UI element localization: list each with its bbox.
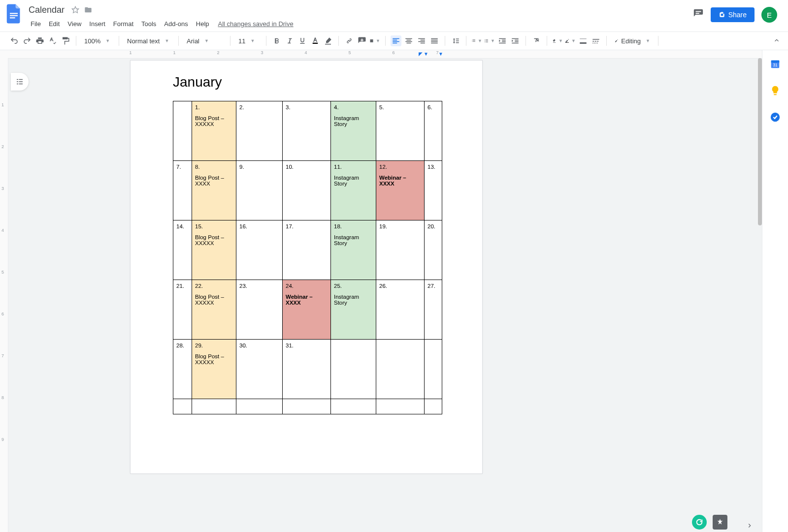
menu-edit[interactable]: Edit	[45, 19, 64, 29]
table-cell[interactable]: 10.	[283, 161, 331, 220]
redo-button[interactable]	[22, 35, 33, 46]
docs-logo[interactable]	[5, 5, 23, 23]
italic-button[interactable]	[284, 35, 295, 46]
table-cell[interactable]: 26.	[376, 280, 425, 340]
tasks-addon-icon[interactable]	[769, 111, 781, 123]
align-right-button[interactable]	[416, 35, 427, 46]
table-cell[interactable]: 23.	[236, 280, 283, 340]
table-cell[interactable]: 2.	[236, 101, 283, 161]
menu-help[interactable]: Help	[192, 19, 213, 29]
vertical-ruler[interactable]: 1 2 3 4 5 6 7 8 9	[0, 58, 8, 532]
border-dash-button[interactable]	[591, 35, 601, 46]
horizontal-ruler[interactable]: 1 1 2 3 4 5 6 7 ◤▼▼	[0, 50, 762, 59]
menu-tools[interactable]: Tools	[137, 19, 160, 29]
print-button[interactable]	[34, 35, 45, 46]
bulleted-list-button[interactable]: ▼	[484, 35, 495, 46]
indent-markers[interactable]: ◤▼▼	[419, 51, 443, 57]
document-title[interactable]: Calendar	[27, 5, 66, 15]
table-row[interactable]	[173, 399, 442, 414]
menu-format[interactable]: Format	[109, 19, 137, 29]
insert-comment-button[interactable]	[357, 35, 367, 46]
font-family-selector[interactable]: Arial▼	[184, 37, 225, 45]
account-avatar[interactable]: E	[761, 7, 777, 23]
table-cell[interactable]: 5.	[376, 101, 425, 161]
table-cell[interactable]: 4.Instagram Story	[331, 101, 376, 161]
table-cell[interactable]: 13.	[425, 161, 442, 220]
calendar-table[interactable]: 1.Blog Post – XXXXX2.3.4.Instagram Story…	[173, 101, 442, 414]
table-cell[interactable]: 12.Webinar – XXXX	[376, 161, 425, 220]
line-spacing-button[interactable]	[450, 35, 461, 46]
table-row[interactable]: 14.15.Blog Post – XXXXX16.17.18.Instagra…	[173, 220, 442, 280]
table-cell[interactable]	[376, 340, 425, 399]
table-cell[interactable]: 1.Blog Post – XXXXX	[192, 101, 236, 161]
table-cell[interactable]: 19.	[376, 220, 425, 280]
bold-button[interactable]	[271, 35, 282, 46]
table-cell[interactable]: 11.Instagram Story	[331, 161, 376, 220]
table-cell[interactable]	[425, 340, 442, 399]
insert-link-button[interactable]	[344, 35, 355, 46]
table-cell[interactable]: 17.	[283, 220, 331, 280]
underline-button[interactable]	[297, 35, 308, 46]
table-cell[interactable]: 25.Instagram Story	[331, 280, 376, 340]
table-cell[interactable]: 18.Instagram Story	[331, 220, 376, 280]
table-row[interactable]: 28.29.Blog Post – XXXXX30.31.	[173, 340, 442, 399]
star-icon[interactable]	[71, 6, 79, 14]
table-cell[interactable]: 9.	[236, 161, 283, 220]
menu-view[interactable]: View	[64, 19, 85, 29]
table-row[interactable]: 21.22.Blog Post – XXXXX23.24.Webinar – X…	[173, 280, 442, 340]
undo-button[interactable]	[9, 35, 20, 46]
scrollbar-thumb[interactable]	[758, 58, 762, 225]
table-row[interactable]: 7.8.Blog Post – XXXX9.10.11.Instagram St…	[173, 161, 442, 220]
insert-image-button[interactable]: ▼	[369, 35, 380, 46]
collapse-toolbar-button[interactable]	[773, 37, 780, 45]
keep-addon-icon[interactable]	[769, 85, 781, 96]
document-page[interactable]: January 1.Blog Post – XXXXX2.3.4.Instagr…	[130, 60, 483, 474]
vertical-scrollbar[interactable]	[757, 58, 762, 532]
fill-color-button[interactable]: ▼	[552, 35, 563, 46]
spellcheck-button[interactable]	[47, 35, 58, 46]
table-cell[interactable]	[376, 399, 425, 414]
paint-format-button[interactable]	[60, 35, 71, 46]
table-cell[interactable]	[331, 399, 376, 414]
menu-addons[interactable]: Add-ons	[160, 19, 192, 29]
text-color-button[interactable]	[310, 35, 321, 46]
border-color-button[interactable]: ▼	[565, 35, 576, 46]
table-cell[interactable]	[192, 399, 236, 414]
paragraph-style-selector[interactable]: Normal text▼	[124, 37, 173, 45]
table-cell[interactable]: 29.Blog Post – XXXXX	[192, 340, 236, 399]
move-to-folder-icon[interactable]	[84, 6, 92, 14]
decrease-indent-button[interactable]	[497, 35, 508, 46]
editing-mode-selector[interactable]: Editing ▼	[612, 37, 653, 45]
explore-button[interactable]	[713, 515, 727, 530]
table-cell[interactable]: 15.Blog Post – XXXXX	[192, 220, 236, 280]
table-cell[interactable]: 30.	[236, 340, 283, 399]
editor-canvas[interactable]: 1 1 2 3 4 5 6 7 ◤▼▼ 1 2 3 4 5 6 7	[0, 50, 762, 532]
open-comments-icon[interactable]	[693, 8, 704, 21]
align-justify-button[interactable]	[429, 35, 440, 46]
zoom-selector[interactable]: 100%▼	[81, 37, 114, 45]
page-heading[interactable]: January	[173, 74, 440, 90]
calendar-addon-icon[interactable]: 31	[769, 58, 781, 70]
table-cell[interactable]: 27.	[425, 280, 442, 340]
show-side-panel-button[interactable]	[746, 522, 753, 531]
table-cell[interactable]: 7.	[173, 161, 192, 220]
table-cell[interactable]	[331, 340, 376, 399]
highlight-color-button[interactable]	[323, 35, 333, 46]
table-cell[interactable]: 21.	[173, 280, 192, 340]
table-row[interactable]: 1.Blog Post – XXXXX2.3.4.Instagram Story…	[173, 101, 442, 161]
table-cell[interactable]: 22.Blog Post – XXXXX	[192, 280, 236, 340]
align-left-button[interactable]	[391, 35, 401, 46]
table-cell[interactable]: 16.	[236, 220, 283, 280]
table-cell[interactable]	[283, 399, 331, 414]
table-cell[interactable]: 8.Blog Post – XXXX	[192, 161, 236, 220]
document-outline-toggle[interactable]	[11, 73, 29, 91]
table-cell[interactable]: 28.	[173, 340, 192, 399]
border-width-button[interactable]	[578, 35, 589, 46]
menu-insert[interactable]: Insert	[85, 19, 109, 29]
table-cell[interactable]: 6.	[425, 101, 442, 161]
increase-indent-button[interactable]	[510, 35, 521, 46]
menu-file[interactable]: File	[27, 19, 45, 29]
align-center-button[interactable]	[403, 35, 414, 46]
font-size-selector[interactable]: 11▼	[235, 37, 261, 45]
table-cell[interactable]: 3.	[283, 101, 331, 161]
